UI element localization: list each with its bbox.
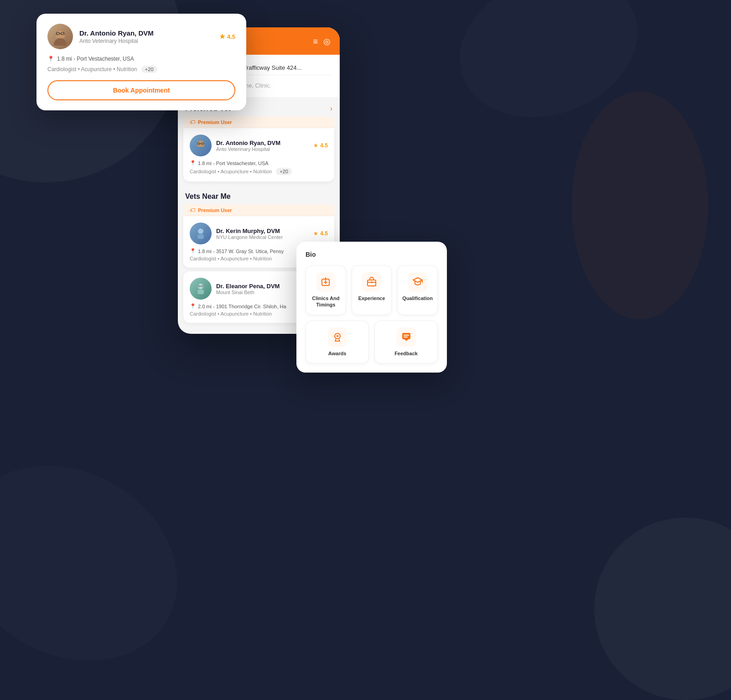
doctor-info: Dr. Antonio Ryan, DVM Anto Veterinary Ho… [79,29,213,44]
vet-name-2: Dr. Kerin Murphy, DVM [216,228,283,234]
vet-rating-2: ★ 4.5 [313,230,328,237]
awards-menu-item[interactable]: Awards [306,321,369,363]
premium-banner-1: 🏷 Premium User [183,116,334,128]
vet-header-2: Dr. Kerin Murphy, DVM NYU Langone Medica… [190,223,328,244]
bio-label: Bio [306,251,438,258]
rating-badge: ★ 4.5 [219,33,235,40]
qualification-icon [408,272,427,291]
vet-info-2: Dr. Kerin Murphy, DVM NYU Langone Medica… [216,228,283,240]
feedback-label: Feedback [394,350,418,357]
specialty-badge: +20 [141,66,157,73]
svg-rect-15 [197,290,204,294]
premium-label-2: Premium User [198,207,232,213]
qualification-label: Qualification [402,295,433,301]
pin-icon-1: 📍 [190,160,196,166]
svg-rect-13 [197,234,204,239]
detail-card: Bio Clinics AndTimings [296,242,447,373]
premium-icon-2: 🏷 [190,207,195,213]
vet-name-3: Dr. Eleanor Pena, DVM [216,283,280,290]
svg-point-12 [198,228,203,234]
vet-badge-1: +20 [276,168,292,175]
doctor-hospital: Anto Veterinary Hospital [79,38,213,44]
clinics-timings-menu-item[interactable]: Clinics AndTimings [306,265,346,315]
vet-card-1[interactable]: Dr. Antonio Ryan, DVM Anto Veterinary Ho… [183,128,334,181]
vets-near-me-title: Vets Near Me [185,192,231,201]
svg-point-14 [198,284,203,289]
vet-name-1: Dr. Antonio Ryan, DVM [216,140,280,146]
doctor-floating-card: Dr. Antonio Ryan, DVM Anto Veterinary Ho… [36,14,246,110]
book-appointment-button[interactable]: Book Appointment [47,80,235,100]
experience-icon [362,272,381,291]
star-icon: ★ [219,33,225,40]
specialties: Cardiologist • Acupuncture • Nutrition +… [47,66,235,73]
menu-grid-bottom: Awards Feedback [306,321,438,363]
svg-point-1 [54,38,67,46]
experience-menu-item[interactable]: Experience [352,265,392,315]
vet-info-1: Dr. Antonio Ryan, DVM Anto Veterinary Ho… [216,140,280,152]
vet-info-3: Dr. Eleanor Pena, DVM Mount Sinai Beth [216,283,280,295]
menu-grid-top: Clinics AndTimings Experience [306,265,438,315]
location-row: 📍 1.8 mi - Port Vestachester, USA [47,56,235,62]
qualification-menu-item[interactable]: Qualification [397,265,438,315]
awards-label: Awards [328,350,347,357]
vet-rating-1: ★ 4.5 [313,142,328,149]
star-icon-2: ★ [313,230,318,237]
feedback-icon [397,327,416,347]
experience-label: Experience [358,295,385,301]
location-pin-icon: 📍 [47,56,54,62]
vet-location-1: 📍 1.8 mi - Port Vestachester, USA [190,160,328,166]
pin-icon-2: 📍 [190,248,196,254]
vet-hospital-3: Mount Sinai Beth [216,290,280,295]
vets-near-me-section-header: Vets Near Me [178,185,340,204]
vet-hospital-2: NYU Langone Medical Center [216,234,283,240]
chevron-right-icon[interactable]: › [330,104,332,113]
premium-user-icon: 🏷 [190,119,195,125]
svg-point-24 [371,281,373,283]
premium-banner-2: 🏷 Premium User [183,204,334,216]
pin-icon-3: 📍 [190,303,196,309]
vet-specialties-1: Cardiologist • Acupuncture • Nutrition +… [190,168,328,175]
vet-header-1: Dr. Antonio Ryan, DVM Anto Veterinary Ho… [190,135,328,156]
svg-rect-29 [402,333,410,339]
doctor-name: Dr. Antonio Ryan, DVM [79,29,213,37]
star-icon-1: ★ [313,142,318,149]
header-icons: ≡ ◎ [313,36,331,47]
notification-icon[interactable]: ◎ [323,36,331,47]
feedback-menu-item[interactable]: Feedback [374,321,438,363]
clinics-timings-icon [316,272,335,291]
premium-user-label: Premium User [198,119,232,125]
filter-icon[interactable]: ≡ [313,37,318,47]
vet-hospital-1: Anto Veterinary Hospital [216,146,280,152]
clinics-timings-label: Clinics AndTimings [312,295,339,308]
doctor-card-header: Dr. Antonio Ryan, DVM Anto Veterinary Ho… [47,24,235,49]
awards-icon [328,327,347,347]
vet-avatar-1 [190,135,212,156]
vet-avatar-3 [190,278,212,300]
avatar [47,24,73,49]
vet-avatar-2 [190,223,212,244]
